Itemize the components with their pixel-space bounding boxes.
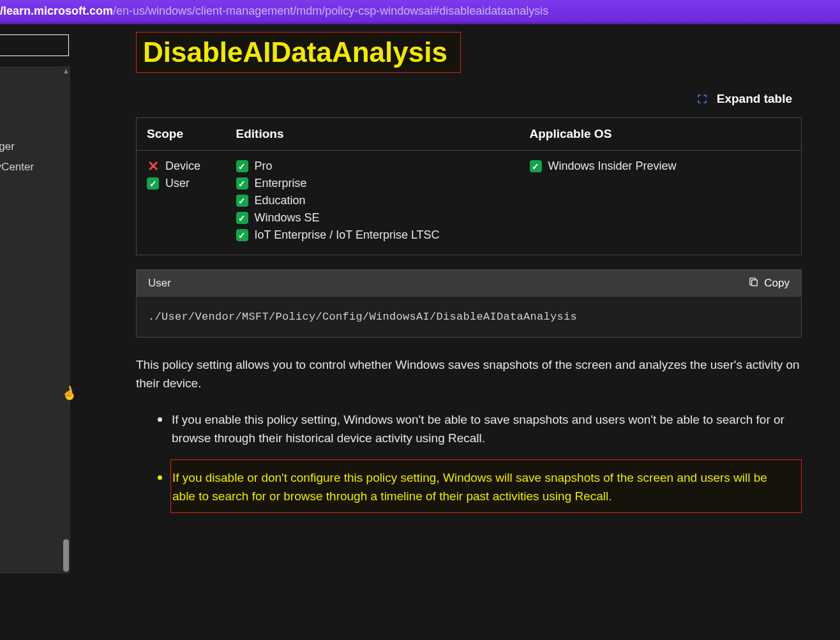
code-block: User Copy ./User/Vendor/MSFT/Policy/Conf… — [136, 269, 802, 338]
edition-label: Windows SE — [255, 211, 320, 225]
sidebar-item-label: urityCenter — [0, 161, 34, 173]
url-domain: /learn.microsoft.com — [0, 4, 113, 17]
heading-highlight: DisableAIDataAnalysis — [136, 32, 461, 73]
scrollbar[interactable]: ▲ — [62, 66, 70, 574]
copy-icon — [748, 276, 759, 290]
sidebar-item[interactable]: anager — [0, 137, 70, 157]
th-editions: Editions — [226, 118, 520, 151]
scope-item: ✕ Device — [147, 160, 216, 173]
sidebar-item-label: anager — [0, 140, 15, 153]
check-icon: ✓ — [147, 177, 159, 190]
bullet-item: If you enable this policy setting, Windo… — [170, 408, 802, 448]
scrollbar-thumb[interactable] — [63, 539, 69, 572]
edition-label: Enterprise — [255, 177, 307, 190]
edition-label: Pro — [255, 160, 273, 173]
scope-label: Device — [165, 160, 200, 173]
x-icon: ✕ — [147, 160, 159, 172]
bullet-item-highlight: If you disable or don't configure this p… — [170, 459, 802, 513]
code-header: User Copy — [137, 270, 801, 297]
code-scope-label: User — [148, 277, 171, 290]
check-icon: ✓ — [236, 160, 248, 172]
os-label: Windows Insider Preview — [548, 160, 677, 173]
td-scope: ✕ Device ✓ User — [137, 151, 226, 255]
edition-item: ✓ IoT Enterprise / IoT Enterprise LTSC — [236, 228, 509, 242]
scope-table: Scope Editions Applicable OS ✕ Device ✓ … — [136, 117, 802, 255]
check-icon: ✓ — [236, 177, 248, 190]
scope-item: ✓ User — [147, 177, 216, 190]
sidebar-item[interactable]: urityCenter — [0, 157, 70, 177]
copy-label: Copy — [764, 277, 790, 290]
sidebar-search-input[interactable] — [0, 34, 69, 56]
scroll-up-icon[interactable]: ▲ — [62, 66, 70, 75]
sidebar: anager urityCenter e ▲ — [0, 24, 91, 639]
url-bar[interactable]: /learn.microsoft.com/en-us/windows/clien… — [0, 0, 840, 24]
scope-label: User — [165, 177, 190, 190]
check-icon: ✓ — [530, 160, 542, 172]
th-scope: Scope — [137, 118, 226, 151]
expand-table-button[interactable]: Expand table — [136, 92, 802, 106]
td-os: ✓ Windows Insider Preview — [520, 151, 802, 255]
url-path: /en-us/windows/client-management/mdm/pol… — [113, 4, 548, 17]
edition-item: ✓ Pro — [236, 160, 509, 173]
os-item: ✓ Windows Insider Preview — [530, 160, 791, 173]
policy-description: This policy setting allows you to contro… — [136, 355, 802, 393]
edition-item: ✓ Windows SE — [236, 211, 509, 225]
check-icon: ✓ — [236, 212, 248, 224]
check-icon: ✓ — [236, 229, 248, 241]
edition-item: ✓ Enterprise — [236, 177, 509, 190]
page-title: DisableAIDataAnalysis — [143, 36, 447, 68]
expand-icon — [696, 93, 708, 105]
edition-label: IoT Enterprise / IoT Enterprise LTSC — [255, 228, 440, 242]
expand-table-label: Expand table — [717, 92, 792, 106]
edition-item: ✓ Education — [236, 194, 509, 207]
copy-button[interactable]: Copy — [748, 276, 790, 290]
sidebar-item[interactable]: e — [0, 177, 70, 198]
code-content[interactable]: ./User/Vendor/MSFT/Policy/Config/Windows… — [137, 297, 801, 337]
th-os: Applicable OS — [520, 118, 802, 151]
td-editions: ✓ Pro ✓ Enterprise ✓ Education ✓ — [226, 151, 520, 255]
check-icon: ✓ — [236, 195, 248, 207]
sidebar-nav: anager urityCenter e ▲ — [0, 66, 70, 574]
edition-label: Education — [255, 194, 306, 207]
bullet-list: If you enable this policy setting, Windo… — [136, 408, 802, 513]
content-area: DisableAIDataAnalysis Expand table Scope… — [91, 24, 840, 639]
svg-rect-0 — [752, 280, 758, 286]
